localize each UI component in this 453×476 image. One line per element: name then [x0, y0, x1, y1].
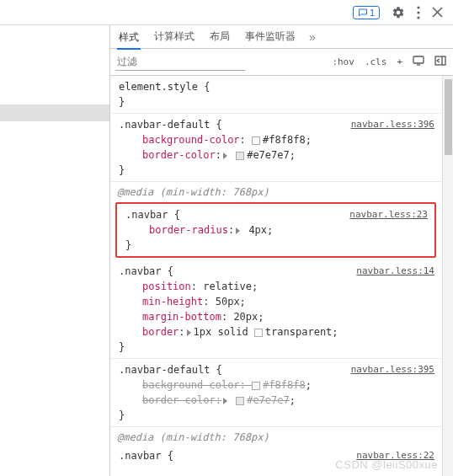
close-icon[interactable]: [432, 7, 443, 18]
dock-icon[interactable]: [433, 56, 448, 68]
prop-value[interactable]: 4px: [248, 224, 267, 236]
svg-point-1: [417, 11, 419, 13]
prop-value[interactable]: 20px: [233, 311, 258, 323]
prop-value[interactable]: #f8f8f8: [263, 134, 306, 146]
svg-rect-5: [413, 56, 424, 63]
hov-button[interactable]: :hov: [330, 56, 356, 67]
media-query: @media (min-width: 768px): [110, 427, 441, 445]
filter-toolbar: :hov .cls +: [110, 49, 453, 76]
selector[interactable]: .navbar: [119, 265, 162, 277]
source-link[interactable]: navbar.less:14: [356, 264, 434, 279]
device-icon[interactable]: [411, 56, 426, 68]
prop-name[interactable]: background-color: [142, 379, 240, 391]
scrollbar-thumb[interactable]: [445, 79, 452, 155]
prop-name[interactable]: min-height: [142, 296, 203, 308]
color-swatch[interactable]: [254, 329, 263, 337]
expand-icon[interactable]: [223, 398, 227, 404]
tabs-more-icon[interactable]: »: [309, 30, 316, 44]
prop-name[interactable]: margin-bottom: [142, 311, 221, 323]
rule-element-style[interactable]: element.style { }: [110, 76, 441, 114]
media-query: @media (min-width: 768px): [110, 182, 441, 200]
prop-value-extra[interactable]: transparent: [265, 326, 332, 338]
panel-tabs: 样式 计算样式 布局 事件监听器 »: [110, 25, 453, 49]
add-rule-button[interactable]: +: [395, 56, 404, 67]
rule-navbar-media[interactable]: navbar.less:23 .navbar { border-radius: …: [115, 202, 436, 258]
gear-icon[interactable]: [392, 6, 405, 19]
prop-value[interactable]: 1px solid: [194, 326, 248, 338]
expand-icon[interactable]: [187, 329, 191, 336]
filter-input[interactable]: [115, 53, 245, 71]
source-link[interactable]: navbar.less:396: [351, 117, 434, 132]
message-badge[interactable]: 1: [353, 6, 380, 19]
styles-list: element.style { } navbar.less:396 .navba…: [110, 76, 453, 476]
color-swatch[interactable]: [236, 152, 244, 160]
rule-navbar-default-2[interactable]: navbar.less:395 .navbar-default { backgr…: [110, 359, 441, 427]
svg-point-2: [417, 16, 419, 19]
prop-value[interactable]: #e7e7e7: [247, 149, 290, 161]
source-link[interactable]: navbar.less:22: [356, 448, 434, 463]
cls-button[interactable]: .cls: [363, 56, 389, 67]
rule-navbar-tail[interactable]: navbar.less:22 .navbar {: [110, 445, 441, 467]
svg-point-0: [417, 6, 419, 8]
selector[interactable]: .navbar-default: [119, 119, 210, 131]
prop-name[interactable]: border-radius: [149, 224, 228, 236]
rule-navbar-default-1[interactable]: navbar.less:396 .navbar-default { backgr…: [110, 114, 441, 182]
source-link[interactable]: navbar.less:23: [349, 207, 428, 222]
top-toolbar: 1: [0, 0, 453, 25]
selected-element-row[interactable]: [0, 104, 109, 121]
prop-name[interactable]: border-color: [142, 394, 216, 406]
prop-value[interactable]: #e7e7e7: [247, 394, 290, 406]
scrollbar-track[interactable]: [442, 76, 453, 476]
selector[interactable]: element.style: [119, 81, 198, 93]
color-swatch[interactable]: [252, 382, 260, 390]
selector[interactable]: .navbar-default: [119, 364, 210, 376]
expand-icon[interactable]: [223, 152, 227, 159]
prop-value[interactable]: relative: [203, 281, 252, 292]
tab-listeners[interactable]: 事件监听器: [243, 24, 297, 49]
tab-computed[interactable]: 计算样式: [152, 24, 196, 49]
prop-value[interactable]: #f8f8f8: [263, 379, 306, 391]
prop-name[interactable]: border-color: [142, 149, 216, 161]
styles-panel: 样式 计算样式 布局 事件监听器 » :hov .cls + element.s…: [109, 25, 453, 476]
prop-value[interactable]: 50px: [216, 296, 240, 308]
tab-layout[interactable]: 布局: [208, 24, 232, 49]
prop-name[interactable]: border: [142, 326, 179, 338]
selector[interactable]: .navbar: [125, 209, 168, 221]
rule-navbar-14[interactable]: navbar.less:14 .navbar { position: relat…: [110, 260, 441, 359]
prop-name[interactable]: position: [142, 281, 191, 292]
color-swatch[interactable]: [236, 397, 244, 405]
color-swatch[interactable]: [252, 136, 260, 145]
prop-name[interactable]: background-color: [142, 134, 240, 146]
elements-tree-strip: [0, 25, 109, 476]
source-link[interactable]: navbar.less:395: [351, 362, 434, 377]
kebab-icon[interactable]: [417, 6, 420, 19]
tab-styles[interactable]: 样式: [117, 25, 141, 50]
expand-icon[interactable]: [236, 227, 240, 234]
message-count: 1: [370, 8, 375, 18]
selector[interactable]: .navbar: [119, 450, 162, 462]
